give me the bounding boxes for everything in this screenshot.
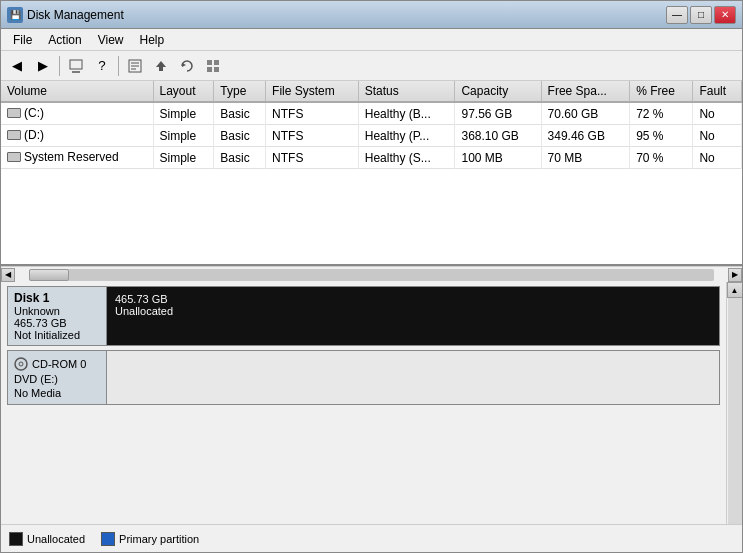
- disk-management-window: 💾 Disk Management — □ ✕ File Action View…: [0, 0, 743, 553]
- minimize-button[interactable]: —: [666, 6, 688, 24]
- refresh-button[interactable]: [175, 54, 199, 78]
- svg-marker-6: [156, 61, 166, 67]
- cdrom-icon: [14, 357, 28, 371]
- toolbar-sep-2: [118, 56, 119, 76]
- cell-pct: 70 %: [630, 147, 693, 169]
- disk1-label: Disk 1 Unknown 465.73 GB Not Initialized: [7, 286, 107, 346]
- toolbar-sep-1: [59, 56, 60, 76]
- menu-help[interactable]: Help: [132, 31, 173, 49]
- close-button[interactable]: ✕: [714, 6, 736, 24]
- col-freespace[interactable]: Free Spa...: [541, 81, 630, 102]
- cell-type: Basic: [214, 147, 266, 169]
- table-row[interactable]: System Reserved Simple Basic NTFS Health…: [1, 147, 742, 169]
- legend-primary-label: Primary partition: [119, 533, 199, 545]
- col-type[interactable]: Type: [214, 81, 266, 102]
- cdrom-icon-row: CD-ROM 0: [14, 357, 100, 371]
- cdrom-label: CD-ROM 0 DVD (E:) No Media: [7, 350, 107, 405]
- col-fault[interactable]: Fault: [693, 81, 742, 102]
- up-arrow-button[interactable]: [149, 54, 173, 78]
- cdrom-state: No Media: [14, 387, 100, 399]
- table-row[interactable]: (D:) Simple Basic NTFS Healthy (P... 368…: [1, 125, 742, 147]
- cdrom-content: [107, 350, 720, 405]
- legend-unallocated: Unallocated: [9, 532, 85, 546]
- cell-volume: (C:): [1, 102, 153, 125]
- forward-button[interactable]: ▶: [31, 54, 55, 78]
- cell-type: Basic: [214, 102, 266, 125]
- view-button[interactable]: [201, 54, 225, 78]
- col-volume[interactable]: Volume: [1, 81, 153, 102]
- cell-volume: System Reserved: [1, 147, 153, 169]
- vscroll-up-btn[interactable]: ▲: [727, 282, 743, 298]
- disk-map-container: Disk 1 Unknown 465.73 GB Not Initialized…: [1, 282, 742, 552]
- cell-status: Healthy (P...: [358, 125, 455, 147]
- svg-rect-12: [214, 67, 219, 72]
- cell-capacity: 368.10 GB: [455, 125, 541, 147]
- cdrom-row: CD-ROM 0 DVD (E:) No Media: [7, 350, 720, 405]
- back-button[interactable]: ◀: [5, 54, 29, 78]
- disk-map-scroll[interactable]: Disk 1 Unknown 465.73 GB Not Initialized…: [1, 282, 726, 552]
- cell-pct: 95 %: [630, 125, 693, 147]
- hscroll-right-btn[interactable]: ▶: [728, 268, 742, 282]
- help-button[interactable]: ?: [90, 54, 114, 78]
- svg-rect-10: [214, 60, 219, 65]
- volume-table: Volume Layout Type File System Status Ca…: [1, 81, 742, 169]
- window-title: Disk Management: [27, 8, 666, 22]
- disk1-content[interactable]: 465.73 GB Unallocated: [107, 286, 720, 346]
- cell-status: Healthy (S...: [358, 147, 455, 169]
- cell-pct: 72 %: [630, 102, 693, 125]
- svg-marker-8: [182, 63, 186, 67]
- cell-type: Basic: [214, 125, 266, 147]
- cell-volume: (D:): [1, 125, 153, 147]
- menu-file[interactable]: File: [5, 31, 40, 49]
- col-layout[interactable]: Layout: [153, 81, 214, 102]
- title-bar: 💾 Disk Management — □ ✕: [1, 1, 742, 29]
- up-button[interactable]: [64, 54, 88, 78]
- col-percentfree[interactable]: % Free: [630, 81, 693, 102]
- svg-rect-7: [159, 67, 163, 71]
- properties-button[interactable]: [123, 54, 147, 78]
- hscroll-track: [29, 269, 714, 281]
- cell-free: 70.60 GB: [541, 102, 630, 125]
- cell-free: 349.46 GB: [541, 125, 630, 147]
- cell-capacity: 97.56 GB: [455, 102, 541, 125]
- main-area: Volume Layout Type File System Status Ca…: [1, 81, 742, 552]
- svg-rect-11: [207, 67, 212, 72]
- table-hscrollbar[interactable]: ◀ ▶: [1, 266, 742, 282]
- table-row[interactable]: (C:) Simple Basic NTFS Healthy (B... 97.…: [1, 102, 742, 125]
- cell-fs: NTFS: [266, 147, 359, 169]
- col-status[interactable]: Status: [358, 81, 455, 102]
- svg-point-13: [15, 358, 27, 370]
- cell-fs: NTFS: [266, 102, 359, 125]
- legend-unallocated-box: [9, 532, 23, 546]
- col-capacity[interactable]: Capacity: [455, 81, 541, 102]
- cell-fs: NTFS: [266, 125, 359, 147]
- hscroll-thumb[interactable]: [29, 269, 69, 281]
- disk1-unallocated-info: 465.73 GB Unallocated: [115, 293, 173, 317]
- cell-fault: No: [693, 125, 742, 147]
- hscroll-left-btn[interactable]: ◀: [1, 268, 15, 282]
- cell-free: 70 MB: [541, 147, 630, 169]
- col-filesystem[interactable]: File System: [266, 81, 359, 102]
- title-buttons: — □ ✕: [666, 6, 736, 24]
- disk1-size: 465.73 GB: [14, 317, 100, 329]
- toolbar: ◀ ▶ ?: [1, 51, 742, 81]
- cell-layout: Simple: [153, 125, 214, 147]
- disk1-state: Not Initialized: [14, 329, 100, 341]
- cell-layout: Simple: [153, 147, 214, 169]
- cell-layout: Simple: [153, 102, 214, 125]
- volume-table-area[interactable]: Volume Layout Type File System Status Ca…: [1, 81, 742, 266]
- menu-view[interactable]: View: [90, 31, 132, 49]
- diskmap-vscrollbar: ▲ ▼: [726, 282, 742, 552]
- menu-action[interactable]: Action: [40, 31, 89, 49]
- legend-primary-box: [101, 532, 115, 546]
- legend-primary: Primary partition: [101, 532, 199, 546]
- disk1-title: Disk 1: [14, 291, 100, 305]
- legend-bar: Unallocated Primary partition: [1, 524, 742, 552]
- cell-fault: No: [693, 147, 742, 169]
- cdrom-title: CD-ROM 0: [32, 358, 86, 370]
- legend-unallocated-label: Unallocated: [27, 533, 85, 545]
- disk1-unallocated-size: 465.73 GB: [115, 293, 173, 305]
- svg-rect-0: [70, 60, 82, 69]
- maximize-button[interactable]: □: [690, 6, 712, 24]
- svg-point-14: [19, 362, 23, 366]
